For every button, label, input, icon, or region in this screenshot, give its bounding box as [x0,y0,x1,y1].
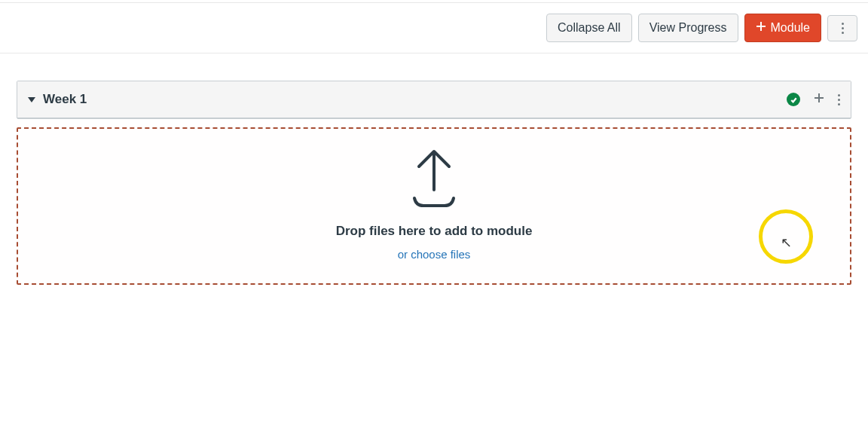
collapse-all-label: Collapse All [558,21,621,35]
module-week-1: Week 1 [17,81,851,119]
toolbar: Collapse All View Progress Module [0,3,868,53]
upload-icon [411,148,457,207]
dropzone-wrap: Drop files here to add to module or choo… [17,127,851,285]
plus-icon [756,21,766,35]
collapse-all-button[interactable]: Collapse All [546,14,632,42]
module-add-item-button[interactable] [814,93,824,106]
module-more-button[interactable] [838,94,840,105]
kebab-icon [842,23,844,34]
caret-down-icon [28,97,35,102]
module-actions [787,93,840,106]
dropzone-title: Drop files here to add to module [336,224,533,239]
add-module-label: Module [771,21,810,35]
content-area: Week 1 Drop [0,53,868,285]
view-progress-button[interactable]: View Progress [638,14,738,42]
module-header[interactable]: Week 1 [17,81,851,118]
view-progress-label: View Progress [649,21,727,35]
toolbar-more-button[interactable] [827,15,857,41]
add-module-button[interactable]: Module [744,14,821,42]
published-icon[interactable] [787,93,800,106]
kebab-icon [838,94,840,105]
file-dropzone[interactable]: Drop files here to add to module or choo… [17,127,851,285]
choose-files-link[interactable]: or choose files [398,248,471,261]
module-title: Week 1 [43,92,787,107]
